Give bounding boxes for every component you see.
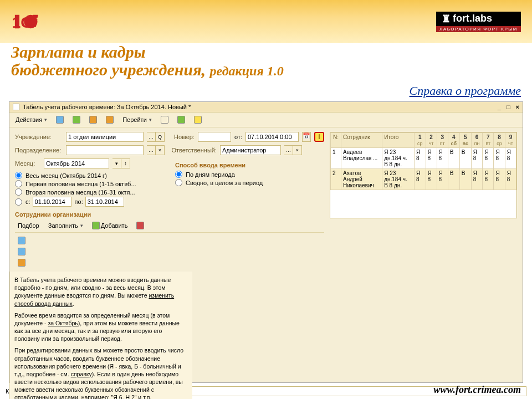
grid-icon xyxy=(161,116,168,124)
resp-label: Ответственный: xyxy=(168,147,217,154)
dept-select[interactable]: … xyxy=(147,145,156,155)
tb-btn-1[interactable] xyxy=(53,114,66,125)
dept-input[interactable] xyxy=(66,145,144,155)
sort-icon xyxy=(18,259,25,267)
emp-del[interactable] xyxy=(134,220,147,231)
titlebar: Табель учета рабочего времени: За Октябр… xyxy=(9,102,523,112)
resp-clear[interactable]: × xyxy=(293,145,302,155)
period-full-radio[interactable] xyxy=(15,172,22,179)
method-summary-radio[interactable] xyxy=(175,179,182,186)
actions-menu[interactable]: Действия xyxy=(13,115,50,125)
tb-btn-5[interactable] xyxy=(158,114,171,125)
method-label: Способ ввода времени xyxy=(175,162,324,168)
num-input[interactable] xyxy=(198,132,231,142)
main-toolbar: Действия Перейти xyxy=(9,112,523,127)
emp-up[interactable] xyxy=(15,235,324,246)
tb-help[interactable] xyxy=(191,114,204,125)
emp-select[interactable]: Подбор xyxy=(15,221,42,231)
method-summary-label: Сводно, в целом за период xyxy=(186,180,263,186)
num-label: Номер: xyxy=(168,134,195,140)
dept-clear[interactable]: × xyxy=(156,145,165,155)
org-label: Учреждение: xyxy=(15,134,63,140)
employees-table[interactable]: N:СотрудникИтого1ср2чт3пт4сб5вс6пн7вт8ср… xyxy=(330,132,517,218)
month-label: Месяц: xyxy=(15,160,40,167)
table-row[interactable]: 1Авдеев Владислав ...Я 23 дн.184 ч. В 8 … xyxy=(330,148,516,169)
square-blue-icon xyxy=(56,116,64,124)
emp-down[interactable] xyxy=(15,246,324,257)
tb-btn-4[interactable] xyxy=(103,114,116,125)
dept-label: Подразделение: xyxy=(15,147,63,154)
help-icon xyxy=(194,116,202,124)
tb-btn-3[interactable] xyxy=(86,114,100,125)
to-label: по: xyxy=(75,198,83,205)
resp-input[interactable] xyxy=(220,145,281,155)
month-down[interactable]: ▾ xyxy=(112,158,121,168)
folder2-icon xyxy=(106,116,114,124)
logo-1c: 1C xyxy=(11,8,49,35)
up-icon xyxy=(18,237,25,244)
period-first-radio[interactable] xyxy=(15,180,22,187)
site-url: www.fort.crimea.com xyxy=(433,384,521,396)
calendar-icon[interactable]: 📅 xyxy=(302,132,311,142)
month-spin[interactable]: ↕ xyxy=(121,158,130,168)
fortlabs-logo: ♜fort.labs ЛАБОРАТОРИЯ ФОРТ КРЫМ xyxy=(436,12,521,32)
plus-icon xyxy=(92,222,100,229)
tb-btn-2[interactable] xyxy=(70,114,83,125)
square-green-icon xyxy=(73,116,80,124)
app-window: Табель учета рабочего времени: За Октябр… xyxy=(9,101,523,383)
window-title: Табель учета рабочего времени: За Октябр… xyxy=(23,104,191,110)
help-highlighted-icon[interactable]: i xyxy=(314,132,324,142)
min-button[interactable]: _ xyxy=(498,104,501,110)
emp-fill[interactable]: Заполнить xyxy=(45,221,86,231)
date-input[interactable] xyxy=(245,132,299,142)
method-daily-radio[interactable] xyxy=(175,171,182,178)
down-icon xyxy=(18,248,25,255)
table-row[interactable]: 2Ахатов Андрей НиколаевичЯ 23 дн.184 ч. … xyxy=(330,169,516,190)
org-select[interactable]: … xyxy=(147,132,156,142)
close-button[interactable]: × xyxy=(516,104,519,110)
period-full-label: Весь месяц (Октябрь 2014 г) xyxy=(25,172,107,179)
max-button[interactable]: □ xyxy=(507,104,510,110)
from-date[interactable] xyxy=(33,197,71,207)
period-custom-radio[interactable] xyxy=(15,198,22,206)
resp-select[interactable]: … xyxy=(284,145,293,155)
page-title: Зарплата и кадры бюджетного учреждения, … xyxy=(0,43,532,81)
emp-add[interactable]: Добавить xyxy=(89,220,131,231)
about-link[interactable]: Справка о программе xyxy=(0,81,532,99)
month-input[interactable] xyxy=(44,158,109,168)
tb-btn-6[interactable] xyxy=(175,114,188,125)
date-label: от: xyxy=(234,134,242,140)
period-second-label: Вторая половина месяца (16-31 октя... xyxy=(25,189,135,196)
to-date[interactable] xyxy=(85,197,124,207)
window-icon xyxy=(13,104,19,110)
emp-sort[interactable] xyxy=(15,257,324,268)
goto-menu[interactable]: Перейти xyxy=(120,115,155,125)
org-input[interactable] xyxy=(66,132,144,142)
svg-text:1C: 1C xyxy=(12,13,32,31)
refresh-icon xyxy=(177,116,185,124)
from-label: с: xyxy=(25,198,30,205)
help-panel: В Табель учета рабочего времени можно вв… xyxy=(9,272,192,399)
period-first-label: Первая половина месяца (1-15 октяб... xyxy=(25,181,136,187)
period-second-radio[interactable] xyxy=(15,188,22,196)
x-icon xyxy=(136,222,144,229)
org-open[interactable]: Q xyxy=(156,132,165,142)
folder-icon xyxy=(89,116,97,124)
method-daily-label: По дням периода xyxy=(186,171,235,178)
employees-section: Сотрудники организации xyxy=(15,211,324,218)
